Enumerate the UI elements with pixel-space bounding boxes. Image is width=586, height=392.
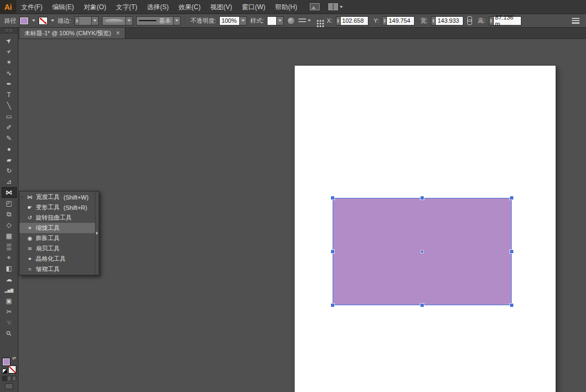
zoom-tool[interactable]: ⚲ (2, 328, 17, 339)
selection-handle-nw[interactable] (331, 196, 334, 200)
shape-builder-tool[interactable]: ⧉ (2, 209, 17, 220)
control-panel-menu-icon[interactable] (572, 18, 579, 24)
constrain-proportions-icon[interactable] (467, 16, 472, 25)
menu-window[interactable]: 窗口(W) (237, 0, 270, 14)
menu-file[interactable]: 文件(F) (16, 0, 47, 14)
x-field[interactable]: 102.658 (340, 16, 368, 25)
rectangle-tool-icon: ▭ (6, 113, 12, 120)
selection-handle-ne[interactable] (510, 196, 513, 200)
x-stepper[interactable] (336, 16, 340, 25)
transform-grid-icon[interactable] (317, 20, 319, 22)
stroke-dropdown-icon[interactable] (51, 20, 54, 22)
y-field[interactable]: 149.754 (386, 16, 415, 25)
fill-color-indicator[interactable] (2, 358, 10, 366)
workspace-switcher[interactable] (328, 3, 343, 10)
stroke-weight-field[interactable] (74, 16, 99, 25)
flyout-item-warp-tool[interactable]: ☛变形工具(Shift+R) (20, 202, 95, 213)
opacity-dropdown[interactable] (240, 16, 247, 25)
free-transform-tool[interactable]: ◰ (2, 198, 17, 209)
tools-panel-grip[interactable]: ⁙⁙ (0, 28, 18, 34)
fill-color-swatch[interactable] (20, 17, 29, 25)
y-stepper[interactable] (382, 16, 386, 25)
rotate-tool[interactable]: ↻ (2, 165, 17, 176)
selection-handle-s[interactable] (421, 304, 424, 307)
width-stepper[interactable] (431, 16, 435, 25)
swap-fill-stroke-icon[interactable]: ⇄ (12, 356, 16, 361)
brush-definition-arrow[interactable] (173, 17, 180, 25)
menu-object[interactable]: 对象(O) (79, 0, 111, 14)
style-swatch[interactable] (267, 16, 277, 25)
flyout-item-crystallize-tool[interactable]: ✦晶格化工具 (20, 254, 95, 264)
style-dropdown[interactable] (277, 16, 284, 25)
stroke-weight-dropdown[interactable] (91, 17, 98, 25)
pasteboard[interactable] (18, 39, 586, 392)
hand-tool[interactable]: ☜ (2, 317, 17, 328)
direct-selection-tool[interactable]: ➢ (2, 46, 17, 57)
flyout-item-width-tool[interactable]: ▪⋈宽度工具(Shift+W) (20, 192, 95, 202)
type-tool[interactable]: T (2, 89, 17, 100)
recolor-artwork-icon[interactable] (287, 17, 295, 25)
width-tool[interactable]: ⋈ (2, 187, 17, 198)
blend-tool[interactable]: ◧ (2, 263, 17, 274)
align-dropdown[interactable] (298, 17, 311, 24)
draw-normal-mode[interactable] (2, 376, 7, 381)
flyout-item-bloat-tool[interactable]: ◉膨胀工具 (20, 233, 95, 243)
menu-view[interactable]: 视图(V) (206, 0, 237, 14)
flyout-item-twirl-tool[interactable]: ↺旋转扭曲工具 (20, 213, 95, 223)
stroke-weight-stepper[interactable] (75, 17, 79, 25)
menu-select[interactable]: 选择(S) (142, 0, 174, 14)
stroke-color-swatch[interactable] (39, 17, 48, 25)
selection-handle-se[interactable] (510, 304, 513, 307)
width-profile-dropdown[interactable] (102, 16, 133, 25)
pen-tool[interactable]: ✒ (2, 79, 17, 89)
height-stepper[interactable] (489, 16, 493, 25)
flyout-item-scallop-tool[interactable]: ≋扇贝工具 (20, 243, 95, 254)
slice-tool[interactable]: ✂ (2, 306, 17, 317)
lasso-tool[interactable]: ∿ (2, 68, 17, 79)
stroke-color-indicator[interactable] (8, 365, 16, 374)
tab-close-icon[interactable]: × (116, 30, 120, 36)
app-logo[interactable]: Ai (0, 0, 16, 14)
menu-help[interactable]: 帮助(H) (270, 0, 302, 14)
flyout-item-label: 晶格化工具 (36, 255, 66, 263)
eraser-tool[interactable]: ▰ (2, 155, 17, 165)
selection-handle-n[interactable] (421, 196, 424, 200)
flyout-tearoff-strip[interactable] (95, 191, 99, 275)
rectangle-tool[interactable]: ▭ (2, 111, 17, 122)
default-fill-stroke-icon[interactable] (2, 369, 7, 374)
column-graph-tool[interactable]: ▂▅▇ (2, 285, 17, 295)
selection-tool[interactable]: ➤ (2, 35, 17, 46)
mesh-tool[interactable]: ▦ (2, 230, 17, 241)
pencil-tool[interactable]: ✎ (2, 133, 17, 144)
gradient-tool[interactable]: ▒ (2, 241, 17, 252)
blob-brush-tool[interactable]: ● (2, 144, 17, 155)
perspective-grid-tool[interactable]: ◇ (2, 220, 17, 230)
draw-inside-mode[interactable] (12, 376, 16, 381)
menu-type[interactable]: 文字(T) (111, 0, 142, 14)
width-field[interactable]: 143.933 (435, 16, 463, 25)
flyout-item-wrinkle-tool[interactable]: ≈皱褶工具 (20, 264, 95, 274)
brush-definition-dropdown[interactable]: 基本 (136, 16, 181, 25)
opacity-field[interactable]: 100% (219, 16, 240, 25)
line-segment-tool[interactable]: ╲ (2, 100, 17, 111)
selected-rectangle[interactable] (333, 198, 512, 305)
scale-tool[interactable]: ⊿ (2, 176, 17, 187)
artboard-tool[interactable]: ▣ (2, 295, 17, 306)
magic-wand-tool[interactable]: ✶ (2, 57, 17, 68)
arrange-documents-icon[interactable] (310, 3, 320, 10)
draw-behind-mode[interactable] (7, 376, 11, 381)
symbol-sprayer-tool[interactable]: ☁ (2, 274, 17, 285)
screen-mode-button[interactable] (5, 383, 13, 389)
selection-handle-w[interactable] (331, 250, 334, 253)
fill-dropdown-icon[interactable] (32, 20, 35, 22)
menu-edit[interactable]: 编辑(E) (47, 0, 79, 14)
menu-effect[interactable]: 效果(C) (174, 0, 206, 14)
selection-handle-e[interactable] (510, 250, 513, 253)
flyout-item-pucker-tool[interactable]: ✶缩拢工具 (20, 223, 95, 233)
eyedropper-tool[interactable]: ⌖ (2, 252, 17, 263)
selection-handle-sw[interactable] (331, 304, 334, 307)
paintbrush-tool[interactable]: ✐ (2, 122, 17, 133)
document-tab[interactable]: 未标题-1* @ 100% (CMYK/预览) × (20, 28, 125, 38)
width-profile-arrow[interactable] (125, 17, 132, 25)
height-field[interactable]: 87.136 m (493, 16, 521, 25)
